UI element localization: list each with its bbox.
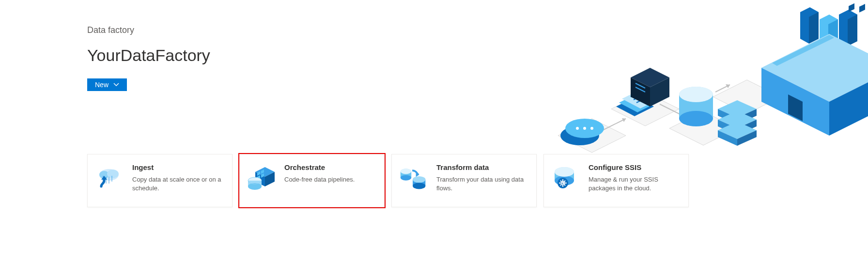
svg-point-77 (413, 176, 425, 183)
svg-rect-24 (679, 94, 713, 119)
cards-row: Ingest Copy data at scale once or on a s… (87, 154, 689, 207)
card-ssis[interactable]: Configure SSIS Manage & run your SSIS pa… (543, 154, 689, 207)
pipeline-icon (247, 163, 276, 192)
svg-marker-28 (718, 109, 737, 124)
card-orchestrate[interactable]: Orchestrate Code-free data pipelines. (239, 154, 385, 207)
card-title: Configure SSIS (589, 163, 680, 171)
svg-point-76 (413, 183, 425, 189)
ssis-icon (551, 163, 580, 192)
svg-marker-49 (788, 94, 803, 121)
svg-marker-30 (718, 111, 757, 128)
card-title: Orchestrate (284, 163, 355, 171)
svg-line-16 (634, 92, 649, 100)
card-ingest[interactable]: Ingest Copy data at scale once or on a s… (87, 154, 232, 207)
svg-marker-5 (680, 113, 684, 117)
svg-marker-2 (669, 111, 737, 145)
svg-point-72 (401, 169, 412, 174)
svg-marker-29 (737, 109, 757, 124)
card-desc: Manage & run your SSIS packages in the c… (589, 175, 680, 192)
svg-point-71 (401, 175, 412, 180)
svg-marker-4 (622, 118, 626, 122)
chevron-down-icon (113, 83, 119, 87)
svg-point-10 (583, 127, 586, 130)
card-title: Transform data (436, 163, 527, 171)
breadcrumb: Data factory (87, 25, 868, 35)
svg-marker-1 (611, 92, 679, 126)
cloud-upload-icon (94, 163, 124, 192)
svg-marker-13 (619, 93, 657, 112)
svg-marker-34 (718, 130, 737, 146)
svg-marker-14 (622, 89, 660, 108)
svg-marker-12 (616, 97, 654, 116)
svg-marker-27 (718, 100, 757, 118)
svg-marker-31 (718, 120, 737, 135)
svg-point-8 (565, 119, 604, 138)
card-desc: Transform your data using data flows. (436, 175, 527, 192)
svg-point-7 (560, 126, 599, 145)
card-desc: Copy data at scale once or on a schedule… (132, 175, 223, 192)
svg-marker-35 (737, 130, 757, 146)
svg-marker-33 (718, 122, 757, 139)
svg-point-81 (555, 167, 574, 177)
svg-point-11 (590, 127, 593, 130)
card-transform[interactable]: Transform data Transform your data using… (391, 154, 537, 207)
card-desc: Code-free data pipelines. (284, 175, 355, 184)
new-button-label: New (95, 81, 108, 89)
header-area: Data factory YourDataFactory New (0, 0, 868, 91)
svg-point-9 (576, 127, 579, 130)
card-title: Ingest (132, 163, 223, 171)
data-flow-icon (399, 163, 428, 192)
svg-line-17 (636, 95, 652, 103)
svg-point-25 (679, 111, 713, 126)
new-button[interactable]: New (87, 78, 127, 91)
svg-marker-0 (558, 119, 626, 153)
svg-marker-32 (737, 120, 757, 135)
page-title: YourDataFactory (87, 46, 868, 65)
